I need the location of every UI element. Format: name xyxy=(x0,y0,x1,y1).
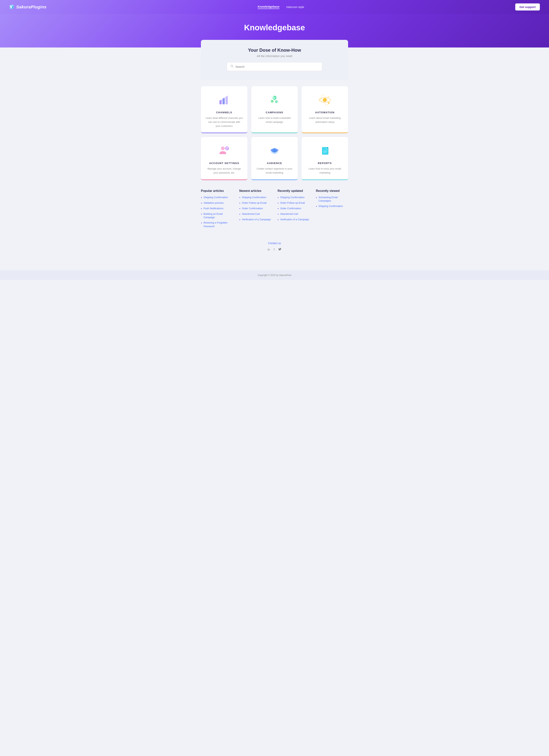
search-input[interactable] xyxy=(236,65,318,68)
article-link[interactable]: Building an Email Campaign xyxy=(204,212,233,219)
reports-name: REPORTS xyxy=(306,162,343,165)
list-item: ▪Verification of a Campaign xyxy=(277,218,310,221)
article-link[interactable]: Restoring a Forgotten Password xyxy=(204,221,233,228)
article-link[interactable]: Verification of a Campaign xyxy=(242,218,271,221)
search-card-title: Your Dose of Know-How xyxy=(209,47,340,53)
nav-link-knowledgebase[interactable]: Knowledgebase xyxy=(258,5,279,9)
bullet-icon: ▪ xyxy=(239,218,241,221)
svg-marker-7 xyxy=(226,96,229,97)
social-icons: in f xyxy=(201,248,348,251)
category-card-automation[interactable]: AUTOMATION Learn about email marketing a… xyxy=(301,86,348,133)
bullet-icon: ▪ xyxy=(239,212,241,216)
search-icon xyxy=(231,65,234,68)
list-item: ▪Shipping Confirmation xyxy=(316,204,348,208)
list-item: ▪Validation process xyxy=(201,201,233,205)
automation-desc: Learn about email marketing automation s… xyxy=(306,116,343,124)
article-link[interactable]: Push Notifications xyxy=(204,207,224,210)
audience-icon xyxy=(256,143,293,158)
svg-point-17 xyxy=(319,98,321,100)
list-item: ▪Order Follow-up Email xyxy=(277,201,310,205)
category-card-campaigns[interactable]: CAMPAIGNS Learn how to build a beautiful… xyxy=(251,86,298,133)
search-box xyxy=(227,62,322,71)
category-card-audience[interactable]: AUDIENCE Create contact segments in your… xyxy=(251,137,298,180)
article-link[interactable]: Order Follow-up Email xyxy=(280,201,305,205)
articles-section: Popular articles ▪Shipping Confirmation … xyxy=(201,189,348,230)
article-link[interactable]: Scheduling Email Campaigns xyxy=(318,196,348,203)
article-link[interactable]: Validation process xyxy=(204,201,224,205)
category-card-channels[interactable]: CHANNELS Learn what different channels y… xyxy=(201,86,248,133)
bullet-icon: ▪ xyxy=(277,218,279,221)
list-item: ▪Abandoned Cart xyxy=(277,212,310,216)
svg-marker-10 xyxy=(273,97,274,99)
get-support-button[interactable]: Get support xyxy=(515,3,540,10)
logo-text: SakuraPlugins xyxy=(16,5,47,10)
channels-icon xyxy=(206,92,243,108)
bottom-footer: Copyright © 2015 by SakuraPixel xyxy=(0,270,549,280)
account-icon xyxy=(206,143,243,158)
list-item: ▪Order Follow-up Email xyxy=(239,201,272,205)
article-link[interactable]: Order Follow-up Email xyxy=(242,201,267,205)
article-link[interactable]: Abandoned Cart xyxy=(242,212,260,216)
list-item: ▪Abandoned Cart xyxy=(239,212,272,216)
audience-name: AUDIENCE xyxy=(256,162,293,165)
list-item: ▪Scheduling Email Campaigns xyxy=(316,196,348,203)
article-link[interactable]: Abandoned Cart xyxy=(280,212,298,216)
article-link[interactable]: Order Confirmation xyxy=(280,207,301,210)
bullet-icon: ▪ xyxy=(277,196,279,199)
svg-rect-3 xyxy=(223,99,225,104)
category-card-reports[interactable]: REPORTS Learn how to track your email ma… xyxy=(301,137,348,180)
svg-rect-2 xyxy=(220,101,222,104)
svg-point-22 xyxy=(227,148,228,149)
nav-link-intercom[interactable]: Intercom style xyxy=(286,5,304,9)
article-link[interactable]: Shipping Confirmation xyxy=(242,196,266,199)
article-link[interactable]: Shipping Confirmation xyxy=(318,204,343,208)
list-item: ▪Order Confirmation xyxy=(239,207,272,210)
channels-desc: Learn what different channels you can us… xyxy=(206,116,243,128)
copyright-text: Copyright © 2015 by SakuraPixel xyxy=(258,274,291,277)
logo[interactable]: 🧊 SakuraPlugins xyxy=(9,5,47,10)
contact-us-section: Contact us xyxy=(201,238,348,248)
svg-marker-5 xyxy=(220,100,223,101)
svg-marker-13 xyxy=(275,100,278,103)
svg-marker-6 xyxy=(223,98,226,99)
bullet-icon: ▪ xyxy=(316,205,317,208)
linkedin-icon[interactable]: in xyxy=(268,248,270,251)
reports-desc: Learn how to track your email marketing xyxy=(306,167,343,175)
bullet-icon: ▪ xyxy=(201,221,202,225)
list-item: ▪Verification of a Campaign xyxy=(239,218,272,221)
popular-list: ▪Shipping Confirmation ▪Validation proce… xyxy=(201,196,233,228)
contact-us-link[interactable]: Contact us xyxy=(268,242,281,245)
bullet-icon: ▪ xyxy=(316,196,317,199)
svg-point-14 xyxy=(323,98,327,102)
bullet-icon: ▪ xyxy=(201,201,202,205)
twitter-icon[interactable] xyxy=(278,248,281,251)
article-link[interactable]: Shipping Confirmation xyxy=(280,196,304,199)
automation-icon xyxy=(306,92,343,108)
bullet-icon: ▪ xyxy=(201,207,202,210)
newest-heading: Newest articles xyxy=(239,189,272,193)
recently-updated-heading: Recently updated xyxy=(277,189,310,193)
hero-title: Knowledgebase xyxy=(5,23,544,32)
bullet-icon: ▪ xyxy=(201,196,202,199)
campaigns-name: CAMPAIGNS xyxy=(256,111,293,114)
navbar: 🧊 SakuraPlugins Knowledgebase Intercom s… xyxy=(0,0,549,14)
svg-marker-12 xyxy=(271,100,274,103)
newest-list: ▪Shipping Confirmation ▪Order Follow-up … xyxy=(239,196,272,221)
campaigns-desc: Learn how to build a beautiful email cam… xyxy=(256,116,293,124)
bullet-icon: ▪ xyxy=(239,201,241,205)
facebook-icon[interactable]: f xyxy=(274,248,274,251)
list-item: ▪Order Confirmation xyxy=(277,207,310,210)
article-link[interactable]: Shipping Confirmation xyxy=(204,196,228,199)
channels-name: CHANNELS xyxy=(206,111,243,114)
list-item: ▪Shipping Confirmation xyxy=(201,196,233,199)
category-grid: CHANNELS Learn what different channels y… xyxy=(201,86,348,180)
reports-icon xyxy=(306,143,343,158)
main-content: Your Dose of Know-How All the informatio… xyxy=(196,40,353,270)
category-card-account[interactable]: ACCOUNT SETTINGS Manage your account, ch… xyxy=(201,137,248,180)
list-item: ▪Shipping Confirmation xyxy=(239,196,272,199)
article-link[interactable]: Order Confirmation xyxy=(242,207,263,210)
campaigns-icon xyxy=(256,92,293,108)
article-link[interactable]: Verification of a Campaign xyxy=(280,218,309,221)
popular-heading: Popular articles xyxy=(201,189,233,193)
account-name: ACCOUNT SETTINGS xyxy=(206,162,243,165)
